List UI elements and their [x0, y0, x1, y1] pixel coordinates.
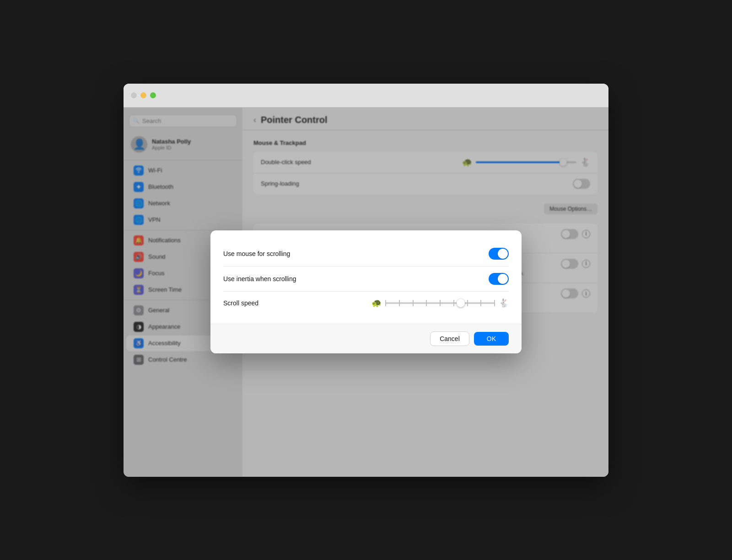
scroll-speed-slider-container: 🐢: [371, 298, 509, 308]
slider-ticks: [385, 300, 495, 306]
modal-overlay: Use mouse for scrolling Use inertia when…: [124, 107, 608, 477]
tick-5: [440, 300, 441, 306]
modal-row-use-mouse-scrolling: Use mouse for scrolling: [223, 241, 509, 267]
tick-1: [385, 300, 386, 306]
modal-row-scroll-speed: Scroll speed 🐢: [223, 292, 509, 315]
modal-footer: Cancel OK: [210, 324, 522, 353]
traffic-lights: [131, 92, 156, 98]
use-mouse-scrolling-thumb: [498, 249, 508, 259]
scroll-fast-icon: 🐇: [499, 298, 509, 308]
tick-9: [494, 300, 495, 306]
cancel-button[interactable]: Cancel: [430, 331, 469, 346]
use-inertia-toggle[interactable]: [489, 273, 509, 285]
modal-body: Use mouse for scrolling Use inertia when…: [210, 230, 522, 324]
mouse-options-modal: Use mouse for scrolling Use inertia when…: [210, 230, 522, 353]
system-preferences-window: 🔍 👤 Natasha Polly Apple ID: [124, 84, 608, 477]
scroll-speed-thumb[interactable]: [457, 299, 465, 307]
minimize-button[interactable]: [140, 92, 146, 98]
tick-6: [453, 300, 454, 306]
scroll-speed-track[interactable]: [385, 302, 495, 304]
titlebar: [124, 84, 608, 107]
tick-7: [467, 300, 468, 306]
tick-2: [399, 300, 400, 306]
close-button[interactable]: [131, 92, 137, 98]
use-inertia-label: Use inertia when scrolling: [223, 275, 296, 283]
tick-4: [426, 300, 427, 306]
scroll-speed-label: Scroll speed: [223, 299, 258, 307]
ok-button[interactable]: OK: [474, 332, 509, 346]
tick-3: [413, 300, 414, 306]
tick-8: [480, 300, 481, 306]
window-body: 🔍 👤 Natasha Polly Apple ID: [124, 107, 608, 477]
use-mouse-scrolling-toggle[interactable]: [489, 248, 509, 260]
use-mouse-scrolling-label: Use mouse for scrolling: [223, 250, 290, 257]
scroll-slow-icon: 🐢: [371, 298, 382, 308]
maximize-button[interactable]: [150, 92, 156, 98]
use-inertia-thumb: [498, 274, 508, 284]
modal-row-use-inertia: Use inertia when scrolling: [223, 267, 509, 292]
